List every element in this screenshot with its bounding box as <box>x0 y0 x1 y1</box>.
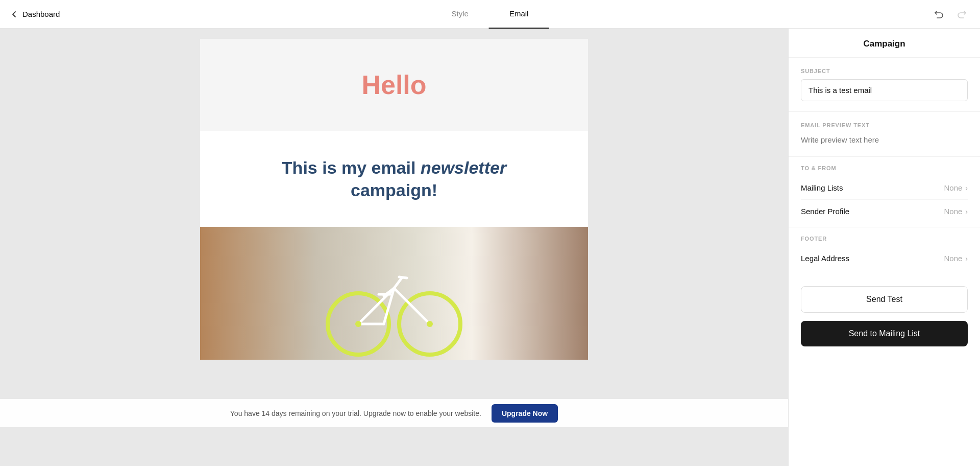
email-image <box>200 227 588 360</box>
svg-point-11 <box>427 321 433 327</box>
trial-bar: You have 14 days remaining on your trial… <box>0 399 788 427</box>
redo-button[interactable] <box>954 7 970 22</box>
subject-label: SUBJECT <box>801 68 968 74</box>
to-from-label: TO & FROM <box>801 165 968 171</box>
upgrade-button[interactable]: Upgrade Now <box>492 404 558 423</box>
dashboard-back-link[interactable]: Dashboard <box>10 10 60 18</box>
svg-point-10 <box>355 321 361 327</box>
campaign-sidebar: Campaign SUBJECT EMAIL PREVIEW TEXT TO &… <box>788 29 980 466</box>
email-headline: This is my email newsletter campaign! <box>241 156 547 201</box>
footer-section-header: FOOTER <box>789 227 980 247</box>
undo-button[interactable] <box>931 7 946 22</box>
sender-profile-row[interactable]: Sender Profile None › <box>801 200 968 223</box>
main-content: Hello This is my email newsletter campai… <box>0 29 980 466</box>
email-body: This is my email newsletter campaign! <box>200 131 588 227</box>
to-from-section-header: TO & FROM <box>789 157 980 176</box>
email-header: Hello <box>200 39 588 131</box>
preview-text-section: EMAIL PREVIEW TEXT <box>789 112 980 157</box>
subject-input[interactable] <box>801 79 968 101</box>
to-from-rows: Mailing Lists None › Sender Profile None… <box>789 176 980 227</box>
send-test-button[interactable]: Send Test <box>801 286 968 313</box>
email-hello-text: Hello <box>361 69 426 100</box>
footer-rows: Legal Address None › <box>789 247 980 278</box>
sender-profile-chevron: › <box>965 207 968 216</box>
sender-profile-label: Sender Profile <box>801 207 849 216</box>
subject-section: SUBJECT <box>789 58 980 112</box>
legal-address-label: Legal Address <box>801 254 849 263</box>
back-arrow-icon <box>10 10 18 18</box>
tab-style[interactable]: Style <box>431 0 489 29</box>
mailing-lists-row[interactable]: Mailing Lists None › <box>801 176 968 200</box>
legal-address-chevron: › <box>965 254 968 263</box>
headline-italic: newsletter <box>421 158 506 177</box>
sender-profile-value: None › <box>944 207 968 216</box>
headline-text-1: This is my email <box>282 158 421 177</box>
headline-text-2: campaign! <box>351 180 437 200</box>
mailing-lists-value: None › <box>944 183 968 192</box>
mailing-lists-chevron: › <box>965 184 968 192</box>
topbar: Dashboard Style Email <box>0 0 980 29</box>
bike-illustration <box>297 237 491 360</box>
email-preview-block: Hello This is my email newsletter campai… <box>200 39 588 360</box>
legal-address-row[interactable]: Legal Address None › <box>801 247 968 270</box>
svg-line-7 <box>399 277 407 278</box>
campaign-title: Campaign <box>789 29 980 58</box>
tab-bar: Style Email <box>431 0 549 29</box>
image-placeholder <box>200 227 588 360</box>
svg-line-6 <box>394 278 402 288</box>
legal-address-value: None › <box>944 254 968 263</box>
footer-label: FOOTER <box>801 236 968 242</box>
mailing-lists-label: Mailing Lists <box>801 183 843 192</box>
dashboard-label: Dashboard <box>22 10 60 18</box>
send-to-list-button[interactable]: Send to Mailing List <box>801 321 968 346</box>
undo-redo-actions <box>931 7 970 22</box>
preview-text-label: EMAIL PREVIEW TEXT <box>801 122 968 128</box>
tab-email[interactable]: Email <box>489 0 549 29</box>
trial-message: You have 14 days remaining on your trial… <box>230 409 481 417</box>
email-canvas: Hello This is my email newsletter campai… <box>0 29 788 466</box>
preview-text-input[interactable] <box>801 133 968 146</box>
